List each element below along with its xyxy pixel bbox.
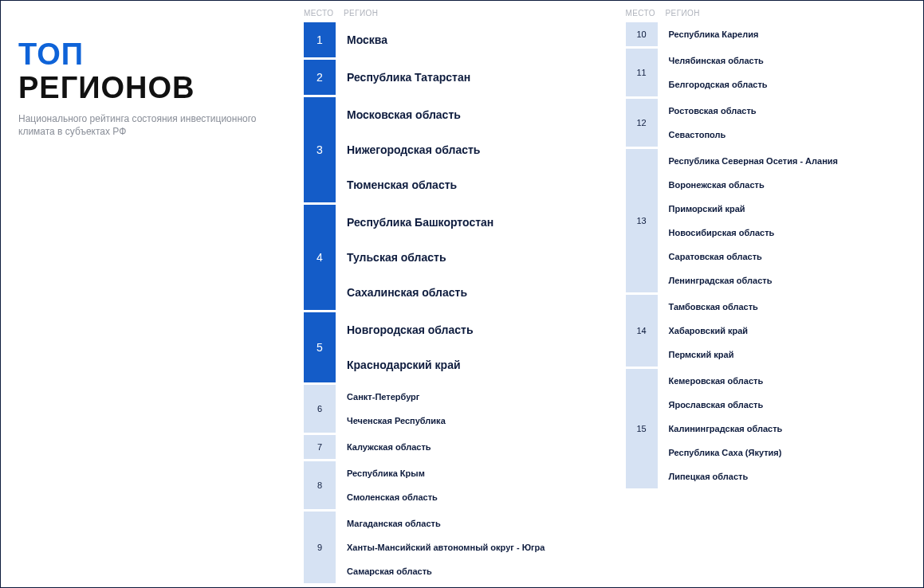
region-name: Санкт-Петербург xyxy=(347,385,594,409)
region-name: Республика Карелия xyxy=(669,22,916,46)
header-rank: МЕСТО xyxy=(304,9,336,18)
subtitle: Национального рейтинга состояния инвести… xyxy=(18,112,273,138)
rank-cell: 8 xyxy=(304,461,336,509)
region-name: Смоленская область xyxy=(347,485,594,509)
left-groups: 1Москва2Республика Татарстан3Московская … xyxy=(304,22,594,583)
rank-group: 9Магаданская областьХанты-Мансийский авт… xyxy=(304,512,594,583)
rank-cell: 15 xyxy=(626,369,658,488)
region-name: Самарская область xyxy=(347,559,594,583)
rank-cell: 14 xyxy=(626,295,658,367)
rank-cell: 10 xyxy=(626,22,658,46)
region-name: Ханты-Мансийский автономный округ - Югра xyxy=(347,535,594,559)
title-bottom: РЕГИОНОВ xyxy=(18,73,280,104)
page-container: ТОП РЕГИОНОВ Национального рейтинга сост… xyxy=(1,1,923,587)
region-name: Саратовская область xyxy=(669,245,916,269)
region-name: Тамбовская область xyxy=(669,295,916,319)
region-list: Республика КрымСмоленская область xyxy=(336,461,594,509)
rank-group: 10Республика Карелия xyxy=(626,22,916,46)
region-list: Республика Карелия xyxy=(658,22,916,46)
region-name: Республика Северная Осетия - Алания xyxy=(669,149,916,173)
region-name: Москва xyxy=(347,22,594,57)
rank-group: 14Тамбовская областьХабаровский крайПерм… xyxy=(626,295,916,367)
region-list: Санкт-ПетербургЧеченская Республика xyxy=(336,385,594,433)
rank-group: 13Республика Северная Осетия - АланияВор… xyxy=(626,149,916,292)
rank-group: 2Республика Татарстан xyxy=(304,60,594,95)
column-headers: МЕСТО РЕГИОН xyxy=(626,1,916,22)
rank-cell: 5 xyxy=(304,312,336,382)
right-groups: 10Республика Карелия11Челябинская област… xyxy=(626,22,916,488)
column-headers: МЕСТО РЕГИОН xyxy=(304,1,594,22)
region-list: Магаданская областьХанты-Мансийский авто… xyxy=(336,512,594,583)
region-name: Кемеровская область xyxy=(669,369,916,393)
rank-group: 5Новгородская областьКраснодарский край xyxy=(304,312,594,382)
region-name: Московская область xyxy=(347,97,594,132)
region-name: Воронежская область xyxy=(669,173,916,197)
region-name: Калужская область xyxy=(347,435,594,459)
region-list: Москва xyxy=(336,22,594,57)
rank-group: 7Калужская область xyxy=(304,435,594,459)
title-panel: ТОП РЕГИОНОВ Национального рейтинга сост… xyxy=(1,1,296,587)
region-name: Ленинградская область xyxy=(669,269,916,292)
region-list: Республика Северная Осетия - АланияВорон… xyxy=(658,149,916,292)
rank-cell: 13 xyxy=(626,149,658,292)
region-list: Московская областьНижегородская областьТ… xyxy=(336,97,594,202)
region-name: Хабаровский край xyxy=(669,319,916,343)
rank-cell: 7 xyxy=(304,435,336,459)
region-name: Сахалинская область xyxy=(347,275,594,310)
rank-cell: 4 xyxy=(304,205,336,310)
rank-group: 11Челябинская областьБелгородская област… xyxy=(626,49,916,96)
region-name: Республика Крым xyxy=(347,461,594,485)
region-list: Челябинская областьБелгородская область xyxy=(658,49,916,96)
region-list: Ростовская областьСевастополь xyxy=(658,99,916,147)
rank-cell: 12 xyxy=(626,99,658,147)
header-rank: МЕСТО xyxy=(626,9,658,18)
region-name: Челябинская область xyxy=(669,49,916,73)
region-name: Краснодарский край xyxy=(347,347,594,382)
header-region: РЕГИОН xyxy=(658,9,700,18)
region-name: Приморский край xyxy=(669,197,916,221)
rank-column-right: МЕСТО РЕГИОН 10Республика Карелия11Челяб… xyxy=(602,1,924,587)
rank-group: 3Московская областьНижегородская область… xyxy=(304,97,594,202)
rank-group: 4Республика БашкортостанТульская область… xyxy=(304,205,594,310)
rank-group: 12Ростовская областьСевастополь xyxy=(626,99,916,147)
rank-group: 1Москва xyxy=(304,22,594,57)
region-list: Республика Татарстан xyxy=(336,60,594,95)
region-list: Калужская область xyxy=(336,435,594,459)
region-name: Республика Саха (Якутия) xyxy=(669,441,916,465)
rank-cell: 6 xyxy=(304,385,336,433)
region-list: Тамбовская областьХабаровский крайПермск… xyxy=(658,295,916,367)
title-top: ТОП xyxy=(18,39,280,71)
region-name: Тюменская область xyxy=(347,167,594,202)
rank-cell: 2 xyxy=(304,60,336,95)
region-name: Республика Башкортостан xyxy=(347,205,594,240)
region-name: Севастополь xyxy=(669,123,916,147)
header-region: РЕГИОН xyxy=(336,9,378,18)
region-name: Чеченская Республика xyxy=(347,409,594,433)
region-list: Кемеровская областьЯрославская областьКа… xyxy=(658,369,916,488)
rank-cell: 1 xyxy=(304,22,336,57)
rank-column-left: МЕСТО РЕГИОН 1Москва2Республика Татарста… xyxy=(296,1,602,587)
region-name: Нижегородская область xyxy=(347,132,594,167)
region-list: Республика БашкортостанТульская областьС… xyxy=(336,205,594,310)
region-name: Ярославская область xyxy=(669,393,916,417)
rank-group: 8Республика КрымСмоленская область xyxy=(304,461,594,509)
region-name: Новгородская область xyxy=(347,312,594,347)
rank-cell: 9 xyxy=(304,512,336,583)
region-name: Тульская область xyxy=(347,240,594,275)
region-name: Липецкая область xyxy=(669,465,916,488)
region-name: Магаданская область xyxy=(347,512,594,535)
region-name: Ростовская область xyxy=(669,99,916,123)
region-name: Новосибирская область xyxy=(669,221,916,245)
region-name: Белгородская область xyxy=(669,73,916,96)
region-name: Республика Татарстан xyxy=(347,60,594,95)
rank-group: 6Санкт-ПетербургЧеченская Республика xyxy=(304,385,594,433)
rank-group: 15Кемеровская областьЯрославская область… xyxy=(626,369,916,488)
region-name: Пермский край xyxy=(669,343,916,367)
rank-cell: 3 xyxy=(304,97,336,202)
region-list: Новгородская областьКраснодарский край xyxy=(336,312,594,382)
rank-cell: 11 xyxy=(626,49,658,96)
region-name: Калининградская область xyxy=(669,417,916,441)
